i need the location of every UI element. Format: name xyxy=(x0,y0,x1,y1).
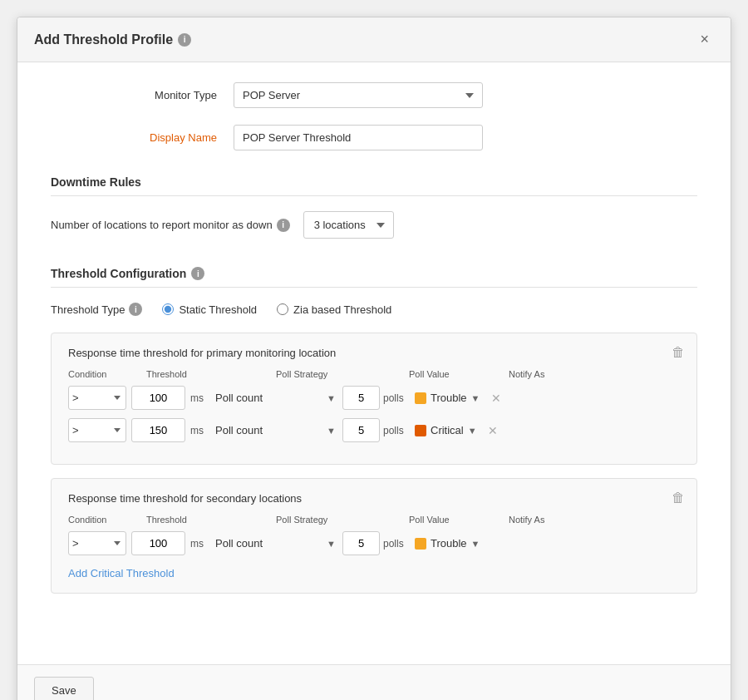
downtime-locations-row: Number of locations to report monitor as… xyxy=(51,211,697,239)
col-header-condition: Condition xyxy=(68,369,135,379)
primary-row1-poll-value-input[interactable] xyxy=(342,386,380,410)
downtime-locations-label: Number of locations to report monitor as… xyxy=(51,219,290,232)
col-header-poll-value: Poll Value xyxy=(409,369,492,379)
primary-row2-poll-value: polls xyxy=(342,418,406,442)
secondary-col-header-threshold: Threshold xyxy=(146,515,246,525)
display-name-control xyxy=(234,125,483,150)
modal-header: Add Threshold Profile i × xyxy=(17,17,731,62)
primary-row2-poll-strategy-arrow[interactable]: ▼ xyxy=(327,426,336,436)
threshold-type-info-icon[interactable]: i xyxy=(129,303,142,316)
close-button[interactable]: × xyxy=(695,29,714,50)
primary-row1-notify: Trouble ▼ xyxy=(415,392,480,404)
title-info-icon[interactable]: i xyxy=(178,33,191,47)
secondary-row1-ms-label: ms xyxy=(190,538,207,550)
secondary-col-headers: Condition Threshold Poll Strategy Poll V… xyxy=(68,515,680,525)
col-header-threshold: Threshold xyxy=(146,369,246,379)
secondary-row1-poll-strategy: Poll count ▼ xyxy=(215,537,336,550)
secondary-threshold-box: 🗑 Response time threshold for secondary … xyxy=(51,478,697,594)
primary-row2-poll-strategy-text: Poll count xyxy=(215,424,323,436)
primary-row2-poll-value-input[interactable] xyxy=(342,418,380,442)
display-name-input[interactable] xyxy=(234,125,483,150)
primary-row1-threshold-input[interactable] xyxy=(131,386,185,410)
threshold-type-row: Threshold Type i Static Threshold Zia ba… xyxy=(51,303,697,316)
secondary-row1-poll-value-input[interactable] xyxy=(342,531,380,555)
modal-title: Add Threshold Profile i xyxy=(34,32,191,47)
primary-box-title: Response time threshold for primary moni… xyxy=(68,347,680,359)
monitor-type-row: Monitor Type POP Server xyxy=(51,82,697,108)
static-threshold-option[interactable]: Static Threshold xyxy=(162,303,257,316)
primary-row-2: > < >= <= ms Poll count ▼ polls xyxy=(68,418,680,442)
primary-row-1: > < >= <= ms Poll count ▼ polls xyxy=(68,386,680,410)
secondary-row-1: > < >= <= ms Poll count ▼ polls xyxy=(68,531,680,555)
secondary-delete-icon[interactable]: 🗑 xyxy=(672,490,685,505)
downtime-rules-section: Downtime Rules Number of locations to re… xyxy=(51,167,697,239)
threshold-config-title: Threshold Configuration i xyxy=(51,259,697,288)
secondary-row1-condition-select[interactable]: > < >= <= xyxy=(68,531,126,555)
primary-row1-poll-strategy-text: Poll count xyxy=(215,392,323,404)
locations-select-wrap: 3 locations 1 location 2 locations 4 loc… xyxy=(303,211,394,239)
primary-row2-polls-label: polls xyxy=(383,425,406,436)
primary-row1-notify-arrow[interactable]: ▼ xyxy=(471,393,480,403)
primary-row2-threshold-input[interactable] xyxy=(131,418,185,442)
primary-row1-notify-text: Trouble xyxy=(431,392,467,404)
primary-row2-notify-arrow[interactable]: ▼ xyxy=(468,426,477,436)
modal-body: Monitor Type POP Server Display Name Dow… xyxy=(17,62,731,664)
primary-col-headers: Condition Threshold Poll Strategy Poll V… xyxy=(68,369,680,379)
add-critical-link[interactable]: Add Critical Threshold xyxy=(68,567,175,579)
secondary-box-title: Response time threshold for secondary lo… xyxy=(68,492,680,505)
modal-container: Add Threshold Profile i × Monitor Type P… xyxy=(17,17,731,700)
secondary-row1-notify-dot xyxy=(415,538,426,550)
primary-threshold-box: 🗑 Response time threshold for primary mo… xyxy=(51,333,697,465)
zia-threshold-option[interactable]: Zia based Threshold xyxy=(277,303,391,316)
secondary-col-header-poll-strategy: Poll Strategy xyxy=(276,515,401,525)
locations-select[interactable]: 3 locations 1 location 2 locations 4 loc… xyxy=(303,211,394,239)
static-threshold-radio[interactable] xyxy=(162,303,174,315)
secondary-row1-polls-label: polls xyxy=(383,538,406,550)
primary-row1-polls-label: polls xyxy=(383,392,406,404)
primary-row2-notify-dot xyxy=(415,425,426,436)
primary-row1-ms-label: ms xyxy=(190,392,207,404)
primary-row2-condition-select[interactable]: > < >= <= xyxy=(68,418,126,442)
primary-row1-notify-dot xyxy=(415,392,426,404)
downtime-rules-title: Downtime Rules xyxy=(51,167,697,196)
display-name-row: Display Name xyxy=(51,125,697,150)
secondary-col-header-condition: Condition xyxy=(68,515,135,525)
zia-threshold-radio[interactable] xyxy=(277,303,288,315)
primary-row1-poll-value: polls xyxy=(342,386,406,410)
secondary-row1-poll-strategy-arrow[interactable]: ▼ xyxy=(327,539,336,549)
primary-row2-poll-strategy: Poll count ▼ xyxy=(215,424,336,436)
col-header-notify: Notify As xyxy=(509,369,633,379)
secondary-row1-poll-value: polls xyxy=(342,531,406,555)
primary-row1-condition-select[interactable]: > < >= <= xyxy=(68,386,126,410)
monitor-type-label: Monitor Type xyxy=(51,89,234,101)
secondary-row1-notify: Trouble ▼ xyxy=(415,537,480,550)
primary-row1-remove-btn[interactable]: ✕ xyxy=(487,390,505,407)
locations-info-icon[interactable]: i xyxy=(277,219,290,232)
primary-row2-remove-btn[interactable]: ✕ xyxy=(484,422,502,439)
secondary-row1-notify-arrow[interactable]: ▼ xyxy=(471,539,480,549)
secondary-col-header-notify: Notify As xyxy=(509,515,633,525)
primary-delete-icon[interactable]: 🗑 xyxy=(672,345,685,360)
secondary-col-header-poll-value: Poll Value xyxy=(409,515,492,525)
primary-row1-poll-strategy-arrow[interactable]: ▼ xyxy=(327,393,336,403)
save-button[interactable]: Save xyxy=(34,677,94,700)
threshold-config-section: Threshold Configuration i Threshold Type… xyxy=(51,259,697,594)
secondary-row1-poll-strategy-text: Poll count xyxy=(215,537,323,550)
threshold-type-label: Threshold Type i xyxy=(51,303,142,316)
modal-title-text: Add Threshold Profile xyxy=(34,32,173,47)
col-header-poll-strategy: Poll Strategy xyxy=(276,369,401,379)
secondary-row1-threshold-input[interactable] xyxy=(131,531,185,555)
primary-row2-notify-text: Critical xyxy=(431,424,464,436)
monitor-type-control: POP Server xyxy=(234,82,483,108)
monitor-type-select[interactable]: POP Server xyxy=(234,82,483,108)
primary-row1-poll-strategy: Poll count ▼ xyxy=(215,392,336,404)
primary-row2-notify: Critical ▼ xyxy=(415,424,477,436)
modal-footer: Save xyxy=(17,664,731,700)
primary-row2-ms-label: ms xyxy=(190,425,207,436)
display-name-label: Display Name xyxy=(51,131,234,144)
secondary-row1-notify-text: Trouble xyxy=(431,537,467,550)
threshold-config-info-icon[interactable]: i xyxy=(191,267,204,280)
